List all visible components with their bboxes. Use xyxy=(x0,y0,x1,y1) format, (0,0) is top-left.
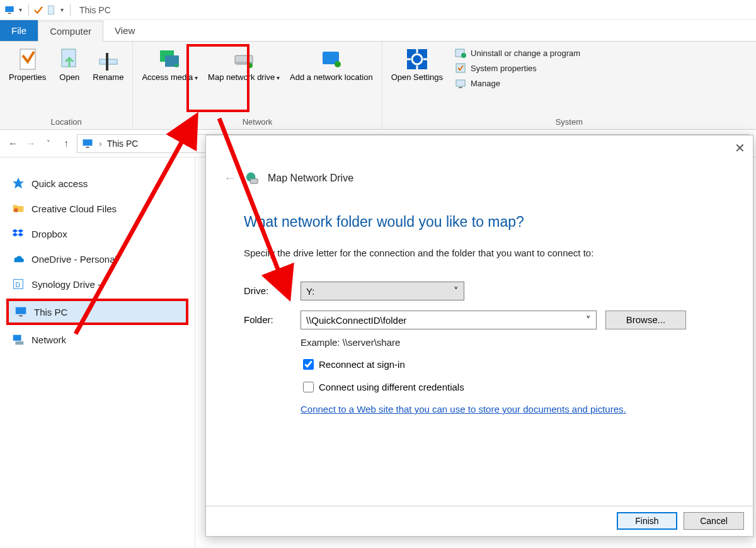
svg-rect-24 xyxy=(456,80,465,86)
synology-icon: D xyxy=(11,277,25,291)
drive-value: Y: xyxy=(306,286,314,297)
open-icon xyxy=(57,47,82,72)
rename-button[interactable]: Rename xyxy=(89,45,127,84)
manage-link[interactable]: Manage xyxy=(452,76,583,91)
svg-rect-33 xyxy=(13,335,21,341)
sidebar-item-synology[interactable]: D Synology Drive - xyxy=(6,273,188,295)
uninstall-program-link[interactable]: Uninstall or change a program xyxy=(452,45,583,60)
ribbon-tabs: File Computer View xyxy=(0,20,756,42)
folder-combobox[interactable]: \\QuickConnectID\folder ˅ xyxy=(301,311,597,329)
reconnect-checkbox-input[interactable] xyxy=(303,359,314,370)
svg-rect-32 xyxy=(19,316,23,317)
group-label-system: System xyxy=(386,116,752,129)
sidebar-item-creative-cloud[interactable]: Creative Cloud Files xyxy=(6,198,188,219)
dialog-heading: What network folder would you like to ma… xyxy=(244,214,524,231)
tab-file[interactable]: File xyxy=(0,20,38,41)
svg-point-14 xyxy=(335,61,341,67)
svg-rect-27 xyxy=(86,147,89,148)
monitor-icon xyxy=(14,305,28,319)
breadcrumb-this-pc[interactable]: This PC xyxy=(107,139,139,149)
dialog-back-button[interactable]: ← xyxy=(224,171,236,185)
sidebar-item-dropbox[interactable]: Dropbox xyxy=(6,223,188,244)
title-bar: ▾ ▾ This PC xyxy=(0,0,756,20)
globe-drive-icon xyxy=(245,171,259,185)
ribbon-group-system: Open Settings Uninstall or change a prog… xyxy=(382,42,756,129)
tab-view[interactable]: View xyxy=(103,20,146,41)
svg-rect-1 xyxy=(8,13,11,14)
add-network-location-button[interactable]: Add a network location xyxy=(286,45,377,84)
svg-point-28 xyxy=(14,208,18,212)
finish-button[interactable]: Finish xyxy=(617,512,677,530)
checkmark-icon[interactable] xyxy=(33,4,44,16)
folder-label: Folder: xyxy=(244,314,273,325)
sidebar-item-this-pc[interactable]: This PC xyxy=(6,299,188,325)
manage-icon xyxy=(454,77,467,89)
svg-rect-2 xyxy=(49,6,54,14)
different-credentials-checkbox[interactable]: Connect using different credentials xyxy=(301,380,464,394)
close-button[interactable]: ✕ xyxy=(735,140,745,156)
recent-locations-button[interactable]: ˅ xyxy=(42,137,55,151)
svg-text:D: D xyxy=(15,282,20,288)
qat-more-icon[interactable]: ▾ xyxy=(60,6,64,13)
uninstall-icon xyxy=(454,47,467,59)
group-label-network: Network xyxy=(137,116,377,129)
reconnect-checkbox[interactable]: Reconnect at sign-in xyxy=(301,357,405,372)
sidebar-item-quick-access[interactable]: Quick access xyxy=(6,173,188,194)
monitor-icon xyxy=(4,4,15,16)
open-settings-button[interactable]: Open Settings xyxy=(387,45,447,84)
svg-rect-0 xyxy=(5,6,14,12)
navigation-tree: Quick access Creative Cloud Files Dropbo… xyxy=(0,157,195,548)
sidebar-item-onedrive[interactable]: OneDrive - Personal xyxy=(6,248,188,270)
system-properties-link[interactable]: System properties xyxy=(452,60,583,76)
media-icon xyxy=(158,47,183,72)
document-icon[interactable] xyxy=(45,4,57,16)
ribbon-group-network: Access media Map network drive Add a net… xyxy=(133,42,382,129)
star-icon xyxy=(11,176,25,190)
example-text: Example: \\server\share xyxy=(301,337,400,348)
svg-rect-6 xyxy=(106,53,108,71)
connect-website-link[interactable]: Connect to a Web site that you can use t… xyxy=(301,404,626,414)
dialog-subtext: Specify the drive letter for the connect… xyxy=(244,248,593,258)
properties-button[interactable]: Properties xyxy=(5,45,50,84)
open-button[interactable]: Open xyxy=(52,45,86,84)
window-title: This PC xyxy=(79,5,111,15)
svg-rect-31 xyxy=(16,307,26,314)
cloud-icon xyxy=(11,252,25,266)
up-button[interactable]: ↑ xyxy=(59,137,73,151)
map-network-drive-button[interactable]: Map network drive xyxy=(204,45,284,84)
drive-label: Drive: xyxy=(244,285,268,296)
network-location-icon xyxy=(319,47,344,72)
network-icon xyxy=(11,333,25,346)
cancel-button[interactable]: Cancel xyxy=(684,512,744,530)
properties-small-icon xyxy=(454,62,467,74)
svg-point-9 xyxy=(175,64,178,67)
sidebar-item-network[interactable]: Network xyxy=(6,329,188,350)
group-label-location: Location xyxy=(4,116,129,129)
access-media-button[interactable]: Access media xyxy=(138,45,202,84)
drive-select[interactable]: Y: ˅ xyxy=(301,282,464,300)
folder-value: \\QuickConnectID\folder xyxy=(306,315,406,326)
back-button[interactable]: ← xyxy=(6,137,20,151)
chevron-down-icon: ˅ xyxy=(586,314,591,326)
svg-point-22 xyxy=(461,53,466,58)
svg-rect-36 xyxy=(250,178,258,183)
tab-computer[interactable]: Computer xyxy=(38,21,103,42)
svg-point-12 xyxy=(248,63,253,68)
rename-icon xyxy=(96,47,121,72)
chevron-down-icon: ˅ xyxy=(454,285,459,297)
properties-icon xyxy=(15,47,40,72)
ribbon-group-location: Properties Open Rename Location xyxy=(0,42,133,129)
different-credentials-checkbox-input[interactable] xyxy=(303,382,314,392)
dropbox-icon xyxy=(11,227,25,241)
breadcrumb-separator: › xyxy=(99,139,102,149)
ribbon: Properties Open Rename Location xyxy=(0,42,756,130)
svg-rect-26 xyxy=(83,139,93,146)
svg-rect-25 xyxy=(459,87,462,88)
browse-button[interactable]: Browse... xyxy=(605,311,686,329)
dialog-title: Map Network Drive xyxy=(268,173,353,184)
map-network-drive-dialog: ✕ ← Map Network Drive What network folde… xyxy=(205,135,753,537)
svg-rect-34 xyxy=(15,341,23,345)
forward-button[interactable]: → xyxy=(24,137,38,151)
chevron-down-icon[interactable]: ▾ xyxy=(19,6,22,13)
settings-icon xyxy=(404,47,430,72)
